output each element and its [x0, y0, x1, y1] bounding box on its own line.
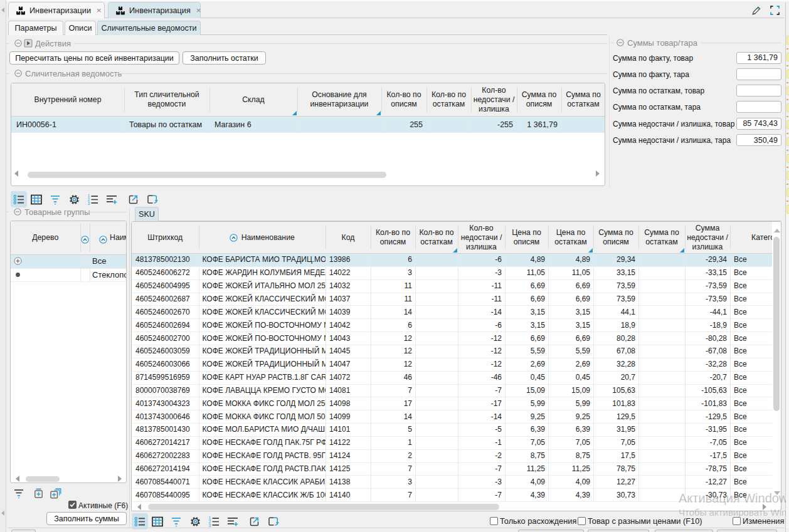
numbered-list-button[interactable]: 123	[85, 191, 101, 207]
horizontal-scrollbar[interactable]	[28, 172, 386, 178]
table-cell: 14047	[326, 358, 371, 371]
filter-button[interactable]	[47, 191, 63, 207]
settings-gear-button[interactable]	[66, 191, 82, 207]
vertical-splitter[interactable]	[609, 36, 610, 188]
column-header[interactable]: Наименование	[199, 222, 326, 253]
table-cell: 12	[371, 345, 415, 358]
column-header[interactable]: Кол-во поописям	[381, 83, 426, 116]
tree-leaf-dot-icon[interactable]	[14, 271, 22, 279]
edit-pencil-icon[interactable]	[751, 5, 762, 16]
column-header[interactable]: Тип сличительнойведомости	[124, 83, 209, 116]
fullscreen-icon[interactable]	[770, 5, 780, 16]
bottom-cut-button[interactable]	[518, 529, 584, 532]
column-header[interactable]: Код	[326, 222, 371, 253]
column-header[interactable]: Наименование	[110, 221, 127, 254]
collapse-group-icon[interactable]	[617, 39, 624, 46]
tab-sku[interactable]: SKU	[135, 207, 159, 221]
sum-field-input[interactable]	[736, 101, 781, 113]
table-cell: Все	[730, 293, 772, 306]
table-cell: -29,34	[685, 253, 730, 266]
sum-field-input[interactable]	[736, 85, 781, 96]
horizontal-scrollbar[interactable]	[148, 504, 499, 510]
column-header[interactable]: Категория	[730, 222, 772, 253]
collapse-group-icon[interactable]	[14, 39, 22, 47]
table-cell: Все	[730, 253, 772, 266]
sum-field-input[interactable]: 350,49	[736, 134, 781, 146]
column-header[interactable]: Кол-вонедостачи /излишка	[471, 83, 517, 116]
tab-slichitelnye-vedomosti[interactable]: Сличительные ведомости	[97, 21, 201, 35]
tab-parametry[interactable]: Параметры	[8, 21, 63, 35]
collapsed-side-panel[interactable]	[0, 0, 6, 532]
column-header[interactable]: Цена поостаткам	[548, 222, 593, 253]
bottom-cut-button[interactable]	[717, 529, 777, 532]
statement-table[interactable]: Внутренний номерТип сличительнойведомост…	[11, 83, 605, 186]
vertical-scrollbar[interactable]	[773, 237, 780, 411]
expand-panel-bottom-icon[interactable]	[1, 511, 4, 516]
fill-remainders-button[interactable]: Заполнить остатки	[183, 51, 266, 65]
add-list-button[interactable]	[103, 191, 120, 207]
scroll-left-icon[interactable]	[14, 170, 18, 177]
scroll-left-icon[interactable]	[16, 476, 19, 482]
table-cell: 67,08	[593, 345, 638, 358]
column-header[interactable]: Сумма поостаткам	[638, 222, 685, 253]
scroll-right-icon[interactable]	[118, 476, 122, 482]
column-header[interactable]: Сумма поописям	[517, 83, 561, 116]
play-box-icon	[24, 39, 33, 48]
filter-checkbox[interactable]	[578, 517, 586, 525]
sum-field-input[interactable]: 85 743,43	[736, 118, 781, 130]
open-external-button[interactable]	[125, 191, 141, 207]
scroll-up-icon[interactable]	[774, 229, 780, 232]
bottom-cut-button[interactable]	[11, 529, 36, 532]
table-cell: ИН00056-1	[11, 117, 124, 132]
column-header[interactable]: Сумманедостачи /излишка	[685, 222, 730, 253]
scroll-left-icon[interactable]	[137, 504, 141, 510]
table-cell: -46	[458, 371, 505, 384]
fill-sums-button[interactable]: Заполнить суммы	[46, 512, 127, 525]
column-header[interactable]: Основание дляинвентаризации	[297, 83, 381, 116]
sum-field-input[interactable]: 1 361,79	[736, 52, 781, 64]
table-cell: 7	[371, 462, 415, 476]
active-checkbox[interactable]	[68, 501, 77, 509]
column-header[interactable]: Кол-вонедостачи /излишка	[458, 222, 505, 253]
bottom-cut-button[interactable]	[588, 529, 649, 532]
column-header[interactable]: Внутренний номер	[11, 83, 124, 116]
sort-ascending-icon[interactable]	[81, 236, 89, 244]
scroll-right-icon[interactable]	[596, 170, 600, 177]
grid-view-icon	[152, 516, 163, 527]
collapse-group-icon[interactable]	[14, 208, 21, 216]
refresh-button[interactable]	[144, 191, 161, 207]
bottom-cut-button[interactable]	[655, 529, 713, 532]
column-header[interactable]: Склад	[209, 83, 297, 116]
edge-marker	[786, 70, 789, 79]
expand-node-icon[interactable]	[33, 488, 44, 499]
filter-checkbox-label: Товар с разными ценами (F10)	[588, 516, 702, 526]
list-view-button[interactable]	[11, 191, 27, 207]
column-header[interactable]: Штрихкод	[132, 222, 199, 253]
table-cell: Все	[730, 358, 772, 371]
collapse-group-icon[interactable]	[14, 70, 22, 77]
table-cell: 4813785002130	[132, 253, 199, 266]
sum-field-input[interactable]	[736, 68, 781, 80]
column-header[interactable]: Сумма поостаткам	[561, 83, 605, 116]
vertical-splitter[interactable]	[129, 208, 130, 528]
expand-all-icon[interactable]	[50, 488, 61, 499]
tab-opisi[interactable]: Описи	[65, 21, 96, 35]
column-header[interactable]: Цена поописям	[505, 222, 548, 253]
column-header[interactable]: Кол-во поостаткам	[426, 83, 471, 116]
filter-icon[interactable]	[13, 488, 24, 499]
svg-text:3: 3	[88, 201, 90, 204]
column-header[interactable]: Сумма поописям	[593, 222, 638, 253]
sku-table[interactable]: ШтрихкодНаименованиеКодКол-во поописямКо…	[131, 221, 781, 511]
tree-expand-plus-icon[interactable]	[14, 257, 22, 265]
filter-checkbox[interactable]	[733, 517, 741, 525]
recalc-prices-button[interactable]: Пересчитать цены по всей инвентаризации	[9, 51, 179, 65]
sort-ascending-icon[interactable]	[99, 236, 107, 244]
column-header[interactable]: Кол-во поописям	[371, 222, 415, 253]
filter-checkbox[interactable]	[490, 517, 498, 525]
column-header[interactable]: Кол-во поостаткам	[415, 222, 458, 253]
grid-view-button[interactable]	[28, 191, 45, 207]
column-filter-mark-icon	[376, 111, 381, 115]
column-header[interactable]: Дерево	[11, 221, 80, 254]
product-groups-tree[interactable]: ДеревоНаименованиеВсеСтеклопосуда	[10, 221, 127, 483]
horizontal-scrollbar[interactable]	[26, 476, 60, 482]
